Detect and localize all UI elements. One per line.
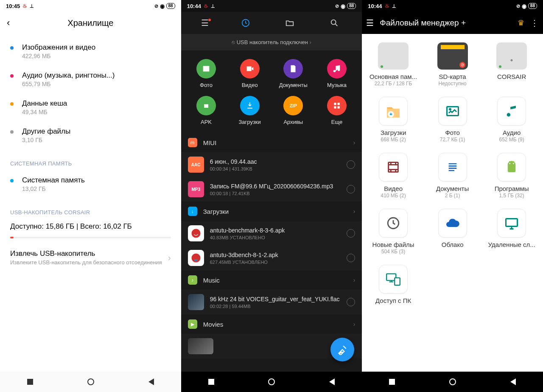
usb-icon: ⊥ xyxy=(392,3,396,9)
nav-recents[interactable] xyxy=(27,379,33,385)
select-circle[interactable] xyxy=(347,185,355,193)
battery-icon: 88 xyxy=(528,3,537,9)
cat-downloads[interactable]: Загрузки xyxy=(228,94,272,131)
usb-progress xyxy=(10,237,171,238)
menu-icon[interactable]: ☰ xyxy=(196,18,213,28)
tile-photo[interactable]: Фото72,7 КБ (1) xyxy=(423,92,482,148)
nav-recents[interactable] xyxy=(208,379,214,385)
svg-point-13 xyxy=(509,163,510,164)
group-movies[interactable]: ▶Movies› xyxy=(181,314,362,334)
more-icon[interactable]: ⋮ xyxy=(530,18,539,28)
group-music[interactable]: ♪Music› xyxy=(181,270,362,290)
tile-pc-access[interactable]: Доступ с ПК xyxy=(364,260,423,311)
nav-recents[interactable] xyxy=(389,379,395,385)
storage-item-system[interactable]: Системная память13,02 ГБ xyxy=(0,170,181,198)
usb-status: Доступно: 15,86 ГБ | Всего: 16,02 ГБ xyxy=(0,219,181,233)
select-circle[interactable] xyxy=(347,254,355,262)
tile-documents[interactable]: Документы2 Б (1) xyxy=(423,148,482,204)
cat-photo[interactable]: Фото xyxy=(185,57,228,94)
nav-bar xyxy=(362,372,543,392)
file-row[interactable]: MP3Запись FM@99.6 МГц_20200606094236.mp3… xyxy=(181,177,362,202)
app-title: Файловый менеджер + xyxy=(380,18,512,28)
fire-icon: ♨ xyxy=(22,3,27,9)
toolbar: ☰ xyxy=(181,12,362,34)
cat-music[interactable]: Музыка xyxy=(315,57,359,94)
svg-text:3D: 3D xyxy=(194,259,198,262)
nav-home[interactable] xyxy=(449,378,456,385)
svg-point-14 xyxy=(513,163,514,164)
wifi-icon: ◉ xyxy=(160,3,165,9)
recent-icon[interactable] xyxy=(241,18,258,28)
eject-usb-row[interactable]: Извлечь USB-накопительИзвлеките USB-нако… xyxy=(0,244,181,272)
svg-rect-16 xyxy=(506,219,518,227)
section-usb: USB-НАКОПИТЕЛЬ CORSAIR xyxy=(0,198,181,219)
file-row[interactable]: AAC6 июн., 09.44.aac00:00:34 | 431.39KB xyxy=(181,152,362,177)
tile-main-storage[interactable]: Основная пам...22,2 ГБ / 128 ГБ xyxy=(364,38,423,92)
tiles-grid: Основная пам...22,2 ГБ / 128 ГБ ⊘SD-карт… xyxy=(362,34,543,315)
nav-home[interactable] xyxy=(268,378,275,385)
svg-rect-2 xyxy=(334,103,336,105)
menu-icon[interactable]: ☰ xyxy=(366,18,374,28)
tile-remote[interactable]: Удаленные сл... xyxy=(482,204,541,260)
file-row[interactable]: 96 kHz 24 bit VOICES_guitar_ver_feat_YUK… xyxy=(181,290,362,314)
tile-sd-card[interactable]: ⊘SD-картаНедоступно xyxy=(423,38,482,92)
cat-video[interactable]: Видео xyxy=(228,57,272,94)
category-grid: Фото Видео Документы Музыка APK Загрузки… xyxy=(181,50,362,133)
fire-icon: ♨ xyxy=(204,3,208,9)
storage-header: ‹ Хранилище xyxy=(0,12,181,34)
sim-off-icon: ⊘ xyxy=(335,3,339,9)
cat-apk[interactable]: APK xyxy=(185,94,228,131)
storage-item-other[interactable]: Другие файлы3,10 ГБ xyxy=(0,121,181,149)
file-row[interactable]: antutu-benchmark-8-3-6.apk40.83MB УСТАНО… xyxy=(181,221,362,246)
crown-icon[interactable]: ♛ xyxy=(518,18,524,28)
chevron-right-icon: › xyxy=(168,253,171,263)
svg-rect-18 xyxy=(395,278,400,285)
app-bar: ☰ Файловый менеджер + ♛ ⋮ xyxy=(362,12,543,34)
fire-icon: ♨ xyxy=(385,3,389,9)
tile-downloads[interactable]: Загрузки668 МБ (2) xyxy=(364,92,423,148)
svg-rect-3 xyxy=(337,103,339,105)
sim-off-icon: ⊘ xyxy=(516,3,520,9)
svg-point-6 xyxy=(191,229,200,238)
folder-icon[interactable] xyxy=(285,18,302,28)
nav-back[interactable] xyxy=(148,378,154,385)
nav-back[interactable] xyxy=(329,378,335,385)
nav-home[interactable] xyxy=(87,378,94,385)
cat-archives[interactable]: ZIPАрхивы xyxy=(272,94,315,131)
svg-point-11 xyxy=(449,109,451,110)
status-bar: 10:44♨⊥ ⊘◉88 xyxy=(181,0,362,12)
usb-banner[interactable]: ⎋ USB накопитель подключен › xyxy=(181,34,362,50)
tile-corsair[interactable]: CORSAIR xyxy=(482,38,541,92)
select-circle[interactable] xyxy=(347,160,355,169)
battery-icon: 88 xyxy=(166,3,175,9)
cat-more[interactable]: Еще xyxy=(315,94,359,131)
tile-cloud[interactable]: Облако xyxy=(423,204,482,260)
tile-video[interactable]: Видео410 МБ (2) xyxy=(364,148,423,204)
tile-audio[interactable]: Аудио652 МБ (9) xyxy=(482,92,541,148)
svg-rect-5 xyxy=(337,106,339,109)
tile-new-files[interactable]: Новые файлы504 КБ (3) xyxy=(364,204,423,260)
tile-apps[interactable]: Программы1,5 ГБ (32) xyxy=(482,148,541,204)
usb-icon: ⊥ xyxy=(211,3,215,9)
wifi-icon: ◉ xyxy=(522,3,526,9)
page-title: Хранилище xyxy=(7,18,174,28)
svg-rect-4 xyxy=(334,106,336,109)
clean-fab[interactable] xyxy=(330,338,354,361)
search-icon[interactable] xyxy=(330,18,347,28)
storage-item-images[interactable]: Изображения и видео422,96 МБ xyxy=(0,37,181,65)
group-miui[interactable]: mMIUI› xyxy=(181,133,362,152)
storage-item-audio[interactable]: Аудио (музыка, рингтоны...)655,79 МБ xyxy=(0,65,181,93)
select-circle[interactable] xyxy=(347,229,355,238)
group-downloads[interactable]: ↓Загрузки› xyxy=(181,202,362,221)
battery-icon: 88 xyxy=(347,3,356,9)
sim-off-icon: ⊘ xyxy=(154,3,158,9)
select-circle[interactable] xyxy=(347,298,355,306)
file-row[interactable]: 3Dantutu-3dbench-8-1-2.apk627.45MB УСТАН… xyxy=(181,246,362,270)
nav-bar xyxy=(181,372,362,392)
cat-docs[interactable]: Документы xyxy=(272,57,315,94)
usb-icon: ⊥ xyxy=(30,3,34,9)
storage-item-cache[interactable]: Данные кеша49,34 МБ xyxy=(0,93,181,121)
nav-bar xyxy=(0,372,181,392)
nav-back[interactable] xyxy=(510,378,516,385)
section-system: СИСТЕМНАЯ ПАМЯТЬ xyxy=(0,149,181,170)
